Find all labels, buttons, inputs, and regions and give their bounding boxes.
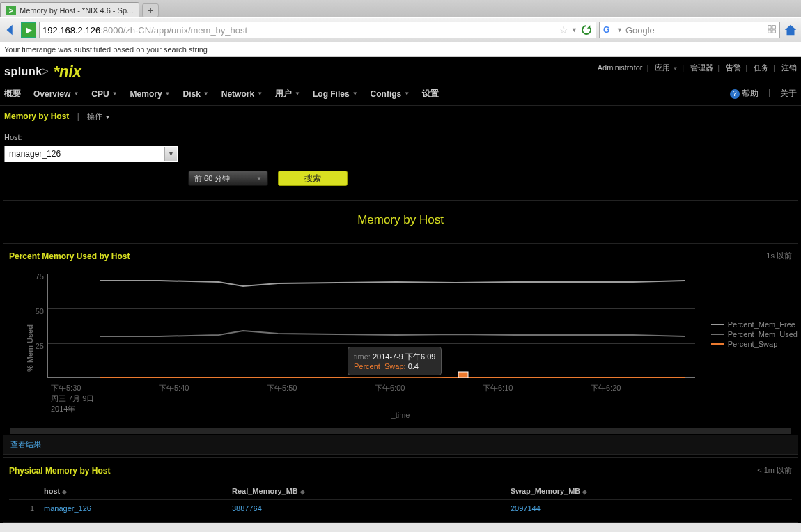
host-label: Host: [4, 133, 797, 141]
cell-real: 3887764 [232, 504, 511, 513]
view-results-link[interactable]: 查看结果 [10, 440, 41, 448]
svg-rect-6 [458, 372, 468, 378]
chart-legend: Percent_Mem_Free Percent_Mem_Used Percen… [711, 320, 798, 350]
xtick-4: 下午6:10 [483, 383, 513, 393]
cell-host: manager_126 [44, 504, 232, 513]
search-end-icon[interactable] [767, 24, 777, 36]
url-input[interactable]: 192.168.2.126:8000/zh-CN/app/unix/mem_by… [39, 22, 596, 38]
col-swap[interactable]: Swap_Memory_MB◆ [511, 487, 792, 495]
tooltip-series-value: 0.4 [408, 362, 419, 370]
legend-item-0[interactable]: Percent_Mem_Free [711, 320, 798, 329]
nav-users[interactable]: 用户▼ [275, 88, 300, 100]
panel2-age: < 1m 以前 [757, 465, 792, 476]
nav-settings[interactable]: 设置 [422, 88, 439, 100]
tooltip-time-value: 2014-7-9 下午6:09 [373, 352, 436, 361]
host-select[interactable]: manager_126 ▼ [4, 146, 178, 162]
link-administrator[interactable]: Administrator [598, 63, 643, 72]
browser-tab[interactable]: > Memory by Host - *NIX 4.6 - Sp... [0, 2, 139, 17]
nav-network[interactable]: Network▼ [221, 88, 263, 100]
legend-item-1[interactable]: Percent_Mem_Used [711, 330, 798, 338]
sort-icon: ◆ [300, 488, 305, 495]
page-title: Memory by Host [4, 111, 69, 121]
link-alerts[interactable]: 告警 [726, 63, 741, 72]
link-manager[interactable]: 管理器 [690, 63, 713, 72]
link-jobs[interactable]: 任务 [754, 63, 769, 72]
cell-swap: 2097144 [511, 504, 792, 513]
url-path: :8000/zh-CN/app/unix/mem_by_host [100, 25, 247, 36]
browser-search-input[interactable]: G ▼ Google [599, 22, 780, 38]
nav-overview[interactable]: Overview▼ [33, 88, 79, 100]
back-button[interactable] [3, 22, 18, 38]
svg-rect-5 [772, 29, 775, 32]
xtick-3: 下午6:00 [375, 383, 405, 393]
notice-bar: Your timerange was substituted based on … [0, 42, 801, 57]
col-real[interactable]: Real_Memory_MB◆ [232, 487, 511, 495]
ytick-75: 75 [30, 272, 44, 281]
tooltip-series-label: Percent_Swap: [354, 362, 406, 370]
timerange-label: 前 60 分钟 [194, 173, 230, 184]
tab-favicon-icon: > [6, 6, 16, 15]
svg-text:G: G [603, 25, 609, 35]
xtick-1: 下午5:40 [159, 383, 189, 393]
nav-summary[interactable]: 概要 [4, 88, 21, 100]
sort-icon: ◆ [582, 488, 587, 495]
home-button[interactable] [783, 22, 798, 38]
legend-swatch-icon [711, 334, 724, 335]
logo-nix-text: *nix [53, 63, 81, 81]
host-select-value: manager_126 [9, 149, 61, 159]
link-logout[interactable]: 注销 [781, 63, 797, 72]
link-app[interactable]: 应用 [655, 63, 670, 72]
help-icon: ? [730, 89, 740, 99]
svg-rect-3 [772, 25, 775, 28]
search-dropdown-icon[interactable]: ▼ [616, 26, 623, 33]
action-menu[interactable]: 操作 ▼ [87, 112, 110, 120]
search-button[interactable]: 搜索 [278, 171, 348, 186]
col-host[interactable]: host◆ [44, 487, 232, 495]
legend-item-2[interactable]: Percent_Swap [711, 340, 798, 348]
title-panel: Memory by Host [3, 200, 798, 240]
chart-scroll-strip[interactable] [10, 428, 791, 434]
panel1-age: 1s 以前 [766, 251, 792, 261]
xtick-0: 下午5:30 周三 7月 9日 2014年 [51, 383, 94, 414]
url-host: 192.168.2.126 [42, 25, 100, 36]
xtick-2: 下午5:50 [267, 383, 297, 393]
xtick-5: 下午6:20 [591, 383, 621, 393]
reload-button[interactable] [580, 24, 593, 36]
chart-tooltip: time: 2014-7-9 下午6:09 Percent_Swap: 0.4 [348, 347, 442, 375]
sub-header: Memory by Host | 操作 ▼ [0, 106, 801, 127]
chevron-down-icon: ▼ [164, 147, 177, 161]
chart-area: % Mem Used 75 50 25 [3, 268, 798, 428]
ytick-25: 25 [30, 342, 44, 350]
nav-about[interactable]: 关于 [780, 88, 797, 100]
row-index: 1 [9, 504, 44, 513]
nav-cpu[interactable]: CPU▼ [91, 88, 117, 100]
app-logo: splunk> *nix [4, 63, 598, 81]
svg-rect-4 [768, 29, 771, 32]
nav-memory[interactable]: Memory▼ [130, 88, 171, 100]
chart-plot[interactable]: time: 2014-7-9 下午6:09 Percent_Swap: 0.4 [47, 274, 695, 378]
browser-nav-toolbar: ▶ 192.168.2.126:8000/zh-CN/app/unix/mem_… [0, 17, 801, 42]
table-row[interactable]: 1 manager_126 3887764 2097144 [9, 500, 792, 517]
panel1-title: Percent Memory Used by Host [9, 251, 130, 261]
timerange-button[interactable]: 前 60 分钟 ▼ [188, 171, 268, 186]
new-tab-button[interactable]: + [142, 3, 159, 17]
app-header: Administrator| 应用▼| 管理器| 告警| 任务| 注销 splu… [0, 57, 801, 81]
table-header-row: host◆ Real_Memory_MB◆ Swap_Memory_MB◆ [9, 483, 792, 500]
url-actions: ☆ ▼ [559, 24, 593, 36]
nav-disk[interactable]: Disk▼ [183, 88, 209, 100]
tooltip-time-label: time: [354, 352, 371, 361]
svg-rect-2 [768, 25, 771, 28]
results-table: host◆ Real_Memory_MB◆ Swap_Memory_MB◆ 1 … [3, 483, 798, 522]
go-button[interactable]: ▶ [21, 22, 36, 38]
percent-mem-panel: Percent Memory Used by Host 1s 以前 % Mem … [3, 243, 798, 455]
bookmark-star-icon[interactable]: ☆ [559, 24, 568, 36]
sort-icon: ◆ [62, 488, 67, 495]
url-dropdown-icon[interactable]: ▼ [571, 26, 577, 33]
controls-area: Host: manager_126 ▼ 前 60 分钟 ▼ 搜索 [0, 127, 801, 197]
nav-configs[interactable]: Configs▼ [371, 88, 410, 100]
google-icon: G [602, 24, 614, 36]
tab-title: Memory by Host - *NIX 4.6 - Sp... [20, 6, 133, 15]
logo-splunk-text: splunk> [4, 65, 49, 78]
nav-help[interactable]: ?帮助 [730, 88, 759, 100]
nav-logfiles[interactable]: Log Files▼ [313, 88, 358, 100]
